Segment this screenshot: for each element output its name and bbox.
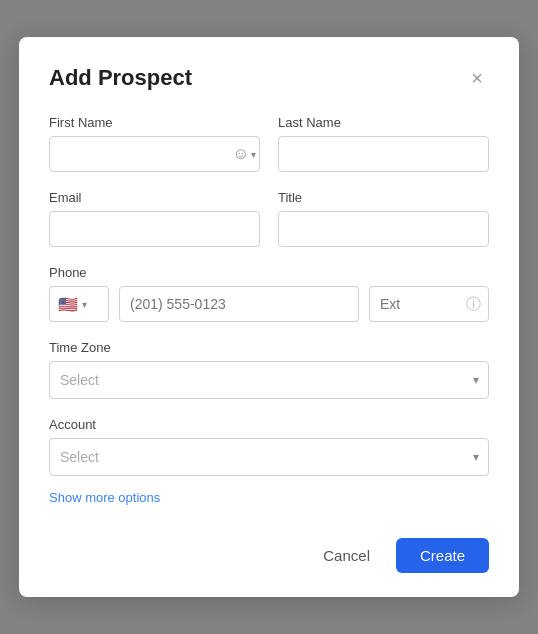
email-group: Email — [49, 190, 260, 247]
title-group: Title — [278, 190, 489, 247]
modal-overlay: Add Prospect × First Name ☺ ▾ Last Name — [0, 0, 538, 634]
show-more-options-link[interactable]: Show more options — [49, 490, 160, 505]
timezone-select[interactable]: Select — [49, 361, 489, 399]
us-flag-icon: 🇺🇸 — [58, 295, 78, 314]
add-prospect-modal: Add Prospect × First Name ☺ ▾ Last Name — [19, 37, 519, 597]
phone-label: Phone — [49, 265, 489, 280]
timezone-select-wrap: Select ▾ — [49, 361, 489, 399]
account-group: Account Select ▾ — [49, 417, 489, 476]
timezone-group: Time Zone Select ▾ — [49, 340, 489, 399]
account-select[interactable]: Select — [49, 438, 489, 476]
ext-input-wrap: ⓘ — [369, 286, 489, 322]
phone-country-select[interactable]: 🇺🇸 ▾ — [49, 286, 109, 322]
person-icon: ☺ — [233, 145, 249, 163]
phone-group: Phone 🇺🇸 ▾ ⓘ — [49, 265, 489, 322]
create-button[interactable]: Create — [396, 538, 489, 573]
email-input[interactable] — [49, 211, 260, 247]
chevron-down-icon: ▾ — [82, 299, 87, 310]
info-icon: ⓘ — [466, 295, 481, 314]
account-select-wrap: Select ▾ — [49, 438, 489, 476]
title-input[interactable] — [278, 211, 489, 247]
first-name-group: First Name ☺ ▾ — [49, 115, 260, 172]
modal-title: Add Prospect — [49, 65, 192, 91]
title-label: Title — [278, 190, 489, 205]
phone-row: 🇺🇸 ▾ ⓘ — [49, 286, 489, 322]
account-label: Account — [49, 417, 489, 432]
modal-footer: Cancel Create — [49, 538, 489, 573]
chevron-down-icon: ▾ — [251, 149, 256, 160]
person-icon-button[interactable]: ☺ ▾ — [233, 145, 256, 163]
last-name-input[interactable] — [278, 136, 489, 172]
name-row: First Name ☺ ▾ Last Name — [49, 115, 489, 172]
last-name-label: Last Name — [278, 115, 489, 130]
close-button[interactable]: × — [465, 66, 489, 90]
timezone-label: Time Zone — [49, 340, 489, 355]
email-title-row: Email Title — [49, 190, 489, 247]
cancel-button[interactable]: Cancel — [311, 539, 382, 572]
modal-header: Add Prospect × — [49, 65, 489, 91]
last-name-group: Last Name — [278, 115, 489, 172]
first-name-input-wrap: ☺ ▾ — [49, 136, 260, 172]
first-name-label: First Name — [49, 115, 260, 130]
email-label: Email — [49, 190, 260, 205]
first-name-input[interactable] — [49, 136, 260, 172]
phone-number-input[interactable] — [119, 286, 359, 322]
